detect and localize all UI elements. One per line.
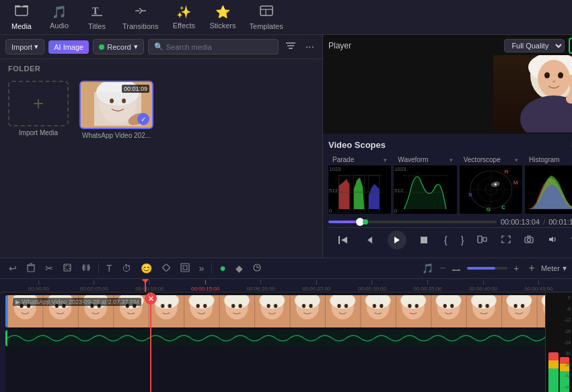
video-track[interactable]: ▶ WhatsApp Video 2023-09-28 at 2.07.37 P… [5,295,572,327]
svg-rect-0 [15,7,28,15]
video-duration: 00:01:09 [122,85,149,93]
player-progress-area: 00:00:13:04 / 00:01:10:20 [328,214,572,227]
scope-waveform-label: Waveform [398,156,428,163]
audio-track[interactable] [5,330,572,346]
nav-label-templates: Templates [250,22,283,30]
play-button[interactable] [388,231,406,249]
marker-button[interactable]: ◆ [232,262,246,275]
audio-button[interactable] [544,233,559,247]
nav-item-audio[interactable]: 🎵 Audio [40,2,78,32]
transform-button[interactable] [177,262,193,276]
scope-waveform-header[interactable]: Waveform ▾ [394,154,456,165]
add-clip-button[interactable]: + [526,261,538,276]
svg-rect-73 [162,264,170,271]
ruler-mark-4: 00:00:20:00 [233,280,289,292]
fullscreen-button[interactable] [499,233,513,247]
svg-rect-75 [183,266,187,270]
svg-text:R: R [504,169,508,175]
scope-toggle-button[interactable] [569,38,572,54]
record-button[interactable]: Record ▾ [93,39,143,54]
skip-back-button[interactable] [334,231,353,249]
zoom-in-button[interactable]: + [510,262,522,275]
tracks-area: ▶ WhatsApp Video 2023-09-28 at 2.07.37 P… [5,292,572,392]
media-toolbar: Import ▾ AI Image Record ▾ 🔍 [0,35,322,59]
delete-button[interactable] [23,262,39,276]
nav-item-templates[interactable]: Templates [243,2,290,33]
svg-rect-74 [181,264,189,272]
svg-text:512: 512 [394,188,403,194]
multicam-button[interactable] [474,233,491,247]
nav-label-audio: Audio [50,22,69,30]
snapshot-button[interactable] [522,233,536,247]
settings-button[interactable] [567,233,572,247]
emoji-button[interactable]: 😊 [137,262,155,275]
scope-histogram: Histogram ▾ [525,154,572,214]
split-button[interactable] [78,262,94,276]
more-options-button[interactable]: ··· [303,40,317,54]
import-media-item[interactable]: + Import Media [8,81,69,139]
minus-icon: − [439,262,445,274]
nav-item-titles[interactable]: T Titles [78,2,116,33]
meter-48: -48 [564,385,571,389]
ai-image-button[interactable]: AI Image [48,40,89,54]
duration-button[interactable]: ⏱ [118,262,135,275]
quality-select[interactable]: Full Quality [504,39,565,52]
stop-button[interactable] [415,231,433,249]
svg-text:0: 0 [394,208,397,214]
ruler-mark-8: 00:00:40:00 [456,280,511,292]
meter-label: Meter [541,264,560,272]
undo-button[interactable]: ↩ [5,262,20,275]
speed-button[interactable] [249,262,265,276]
crop-button[interactable] [59,262,75,276]
import-button[interactable]: Import ▾ [5,39,44,54]
nav-item-effects[interactable]: ✨ Effects [165,2,203,32]
svg-text:T: T [92,6,99,16]
svg-point-26 [538,60,570,97]
search-input[interactable] [166,43,273,51]
ruler-mark-6: 00:00:30:00 [345,280,400,292]
svg-rect-64 [478,236,482,243]
keyframe-button[interactable] [158,262,174,276]
more-timeline-button[interactable]: » [196,262,208,275]
audio-track-button[interactable]: 🎵 [419,262,437,275]
scope-vectorscope: Vectorscope ▾ [460,154,522,214]
frame-back-button[interactable] [361,231,380,249]
track-labels [0,292,5,392]
zoom-fill [467,267,495,270]
scope-vectorscope-header[interactable]: Vectorscope ▾ [460,154,522,165]
svg-rect-72 [65,266,69,270]
zoom-slider[interactable] [467,267,507,270]
plus-icon: + [33,93,44,114]
nav-label-titles: Titles [88,22,106,30]
svg-rect-65 [483,237,487,241]
mark-out-button[interactable]: } [458,233,467,247]
ruler-mark-7: 00:00:35:00 [400,280,456,292]
scope-vectorscope-chevron: ▾ [515,157,518,163]
nav-item-transitions[interactable]: Transitions [116,2,165,33]
search-box[interactable]: 🔍 [148,39,279,54]
nav-item-stickers[interactable]: ⭐ Stickers [203,2,242,32]
scope-waveform: Waveform ▾ 1023 512 0 [394,154,456,214]
add-track-button[interactable]: ● [216,261,229,276]
titles-icon: T [90,5,104,20]
cut-button[interactable]: ✂ [42,262,57,275]
filter-button[interactable] [283,40,299,54]
meter-bar-left [548,352,559,392]
scope-histogram-header[interactable]: Histogram ▾ [525,154,572,165]
nav-item-media[interactable]: Media [3,2,40,33]
progress-track[interactable] [328,221,497,223]
playhead-ruler-marker [145,279,146,292]
playhead-x-mark[interactable]: ✕ [145,292,157,305]
video-media-item[interactable]: 00:01:09 ✓ WhatsApp Video 202... [79,81,153,139]
transitions-icon [134,5,147,20]
mark-in-button[interactable]: { [441,233,450,247]
svg-point-15 [110,99,114,104]
scope-parade-header[interactable]: Parade ▾ [328,154,391,165]
scope-vectorscope-canvas: R M B G C [460,165,522,214]
nav-label-stickers: Stickers [209,22,236,30]
text-button[interactable]: T [103,262,116,275]
zoom-out-button[interactable] [448,262,464,275]
svg-text:0: 0 [329,208,332,214]
search-icon: 🔍 [154,42,164,51]
current-time-value: 00:00:13:04 [501,218,540,226]
